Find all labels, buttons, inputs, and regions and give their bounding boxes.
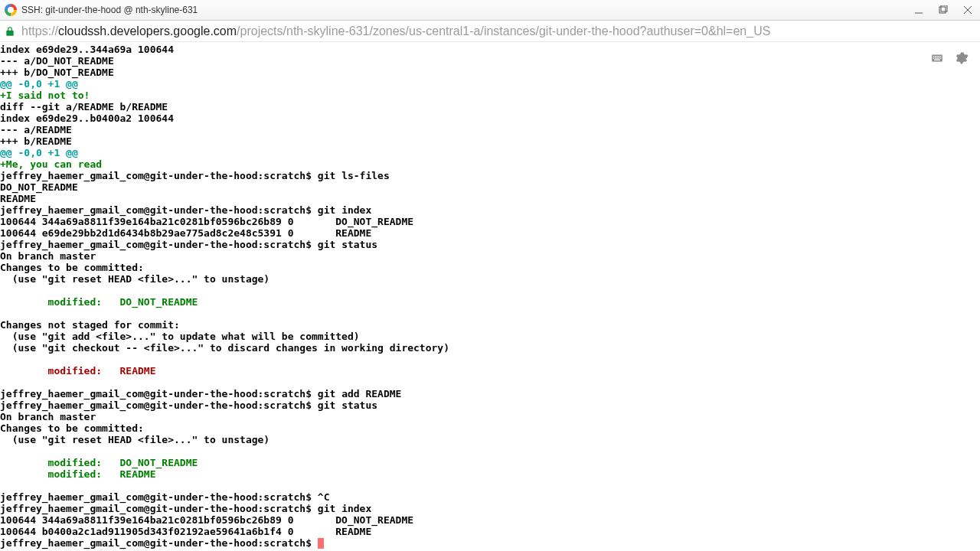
lock-icon [5,26,15,37]
shell-command: git status [318,239,377,250]
output-line: 100644 344a69a8811f39e164ba21c0281bf0596… [0,216,413,227]
shell-prompt: jeffrey_haemer_gmail_com@git-under-the-h… [0,503,318,514]
output-line: Changes to be committed: [0,422,144,434]
url-scheme: https:// [21,24,58,38]
diff-hunk-header: @@ -0,0 +1 @@ [0,147,78,158]
shell-command: git status [318,399,377,411]
maximize-icon [939,5,948,15]
shell-prompt: jeffrey_haemer_gmail_com@git-under-the-h… [0,204,318,216]
output-line: 100644 b0400a2c1ad911905d343f02192ae5964… [0,526,371,537]
shell-command: git ls-files [318,170,390,181]
status-staged-file: modified: README [0,468,156,480]
diff-index-line: index e69de29..b0400a2 100644 [0,112,174,124]
status-staged-file: modified: DO_NOT_README [0,457,198,468]
diff-added-line: +Me, you can read [0,158,102,170]
shell-prompt: jeffrey_haemer_gmail_com@git-under-the-h… [0,491,318,503]
output-line: (use "git checkout -- <file>..." to disc… [0,342,449,354]
shell-command: ^C [318,491,330,503]
shell-command: git index [318,204,371,216]
terminal-toolbar [930,51,969,65]
window-controls [906,0,980,20]
shell-prompt: jeffrey_haemer_gmail_com@git-under-the-h… [0,170,318,181]
diff-added-line: +I said not to! [0,90,90,101]
svg-rect-1 [939,7,946,13]
output-line: (use "git add <file>..." to update what … [0,331,360,342]
shell-prompt: jeffrey_haemer_gmail_com@git-under-the-h… [0,399,318,411]
shell-prompt: jeffrey_haemer_gmail_com@git-under-the-h… [0,239,318,250]
close-button[interactable] [956,0,980,20]
maximize-button[interactable] [931,0,956,20]
url-host: cloudssh.developers.google.com [58,24,237,38]
gear-icon[interactable] [955,51,969,65]
diff-hunk-header: @@ -0,0 +1 @@ [0,78,78,90]
output-line: README [0,193,36,204]
address-bar[interactable]: https://cloudssh.developers.google.com/p… [0,21,980,42]
output-line: 100644 e69de29bb2d1d6434b8b29ae775ad8c2e… [0,227,371,239]
terminal-pane[interactable]: index e69de29..344a69a 100644 --- a/DO_N… [0,42,980,551]
shell-prompt: jeffrey_haemer_gmail_com@git-under-the-h… [0,388,318,399]
output-line: Changes not staged for commit: [0,319,180,331]
minimize-icon [914,5,923,15]
status-unstaged-file: modified: README [0,365,156,377]
output-line: On branch master [0,250,96,262]
shell-command: git add README [318,388,402,399]
window-title: SSH: git-under-the-hood @ nth-skyline-63… [21,5,198,15]
output-line: DO_NOT_README [0,181,78,193]
diff-new-file: +++ b/DO_NOT_README [0,67,114,78]
minimize-button[interactable] [906,0,931,20]
status-staged-file: modified: DO_NOT_README [0,296,198,308]
diff-index-line: index e69de29..344a69a 100644 [0,44,174,55]
diff-old-file: --- a/README [0,124,72,135]
output-line: 100644 344a69a8811f39e164ba21c0281bf0596… [0,514,413,526]
keyboard-icon[interactable] [930,51,944,65]
diff-header: diff --git a/README b/README [0,101,168,112]
diff-new-file: +++ b/README [0,135,72,147]
close-icon [963,5,972,15]
output-line: (use "git reset HEAD <file>..." to unsta… [0,434,270,445]
output-line: On branch master [0,411,96,422]
diff-old-file: --- a/DO_NOT_README [0,55,114,67]
output-line: Changes to be committed: [0,262,144,273]
shell-command: git index [318,503,371,514]
terminal-cursor [318,538,324,549]
url-path: /projects/nth-skyline-631/zones/us-centr… [237,24,770,38]
output-line: (use "git reset HEAD <file>..." to unsta… [0,273,270,285]
svg-rect-2 [941,5,947,11]
terminal-output: index e69de29..344a69a 100644 --- a/DO_N… [0,42,980,549]
chrome-favicon-icon [5,4,17,16]
window-title-bar: SSH: git-under-the-hood @ nth-skyline-63… [0,0,980,21]
shell-prompt: jeffrey_haemer_gmail_com@git-under-the-h… [0,537,318,549]
